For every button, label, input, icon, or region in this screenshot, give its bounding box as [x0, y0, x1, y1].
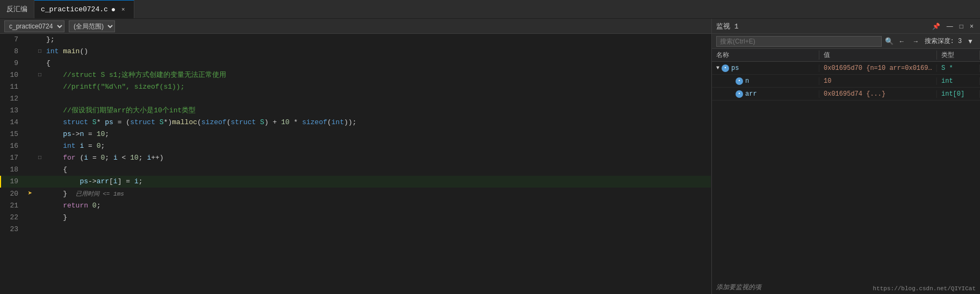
line-exec-indicator-11	[25, 81, 35, 93]
line-fold-10[interactable]: □	[35, 69, 44, 81]
line-content-21: return 0;	[44, 200, 711, 212]
watch-cell-name-0: ▼ • ps	[712, 64, 819, 72]
code-line-20: 20➤ } 已用时间 <= 1ms	[1, 188, 711, 200]
line-number-10: 10	[1, 69, 25, 81]
code-table: 7};8□int main()9{10□ //struct S s1;这种方式创…	[0, 34, 711, 235]
watch-maximize-button[interactable]: □	[957, 21, 965, 31]
line-fold-8[interactable]: □	[35, 46, 44, 58]
line-content-15: ps->n = 10;	[44, 128, 711, 140]
line-exec-indicator-13	[25, 105, 35, 117]
line-fold-14	[35, 117, 44, 128]
line-exec-indicator-8	[25, 46, 35, 58]
watch-var-icon-1: •	[736, 77, 743, 85]
editor-toolbar: c_practice0724 (全局范围)	[0, 19, 711, 34]
line-fold-20	[35, 188, 44, 200]
line-exec-indicator-19	[25, 176, 35, 188]
col-header-value: 值	[819, 51, 937, 60]
line-content-23	[44, 224, 711, 235]
line-fold-15	[35, 128, 44, 140]
search-back-button[interactable]: ←	[897, 37, 907, 46]
expand-arrow-0[interactable]: ▼	[716, 65, 719, 71]
active-tab[interactable]: c_practice0724.c ● ×	[34, 0, 134, 18]
line-fold-18	[35, 164, 44, 176]
line-fold-7	[35, 34, 44, 46]
line-fold-23	[35, 224, 44, 235]
line-fold-13	[35, 105, 44, 117]
line-number-21: 21	[1, 200, 25, 212]
watermark: https://blog.csdn.net/QIYICat	[873, 285, 976, 292]
col-header-name: 名称	[712, 51, 819, 60]
watch-cell-value-1: 10	[819, 77, 937, 85]
line-number-23: 23	[1, 224, 25, 235]
watch-cell-type-1: int	[937, 77, 980, 85]
line-number-18: 18	[1, 164, 25, 176]
code-line-21: 21 return 0;	[1, 200, 711, 212]
depth-down-button[interactable]: ▼	[965, 37, 976, 46]
line-number-16: 16	[1, 140, 25, 152]
code-line-19: 19 ps->arr[i] = i;	[1, 176, 711, 188]
line-exec-indicator-7	[25, 34, 35, 46]
line-fold-21	[35, 200, 44, 212]
line-number-13: 13	[1, 105, 25, 117]
watch-row-0[interactable]: ▼ • ps0x01695d70 {n=10 arr=0x01695d74 {.…	[712, 62, 980, 75]
code-line-22: 22 }	[1, 212, 711, 224]
line-content-12	[44, 93, 711, 105]
code-line-8: 8□int main()	[1, 46, 711, 58]
line-fold-9	[35, 58, 44, 69]
watch-row-2[interactable]: • arr0x01695d74 {...}int[0]	[712, 88, 980, 101]
line-fold-22	[35, 212, 44, 224]
code-line-12: 12	[1, 93, 711, 105]
line-content-9: {	[44, 58, 711, 69]
watch-title: 监视 1	[716, 21, 739, 31]
file-select[interactable]: c_practice0724	[4, 20, 64, 32]
line-number-20: 20	[1, 188, 25, 200]
line-fold-19	[35, 176, 44, 188]
watch-close-button[interactable]: ×	[968, 21, 976, 31]
line-number-7: 7	[1, 34, 25, 46]
search-icon: 🔍	[885, 37, 893, 46]
tab-close-button[interactable]: ×	[119, 5, 127, 14]
back-tab[interactable]: 反汇编	[0, 0, 34, 18]
line-exec-indicator-14	[25, 117, 35, 128]
line-content-7: };	[44, 34, 711, 46]
line-content-18: {	[44, 164, 711, 176]
watch-cell-type-2: int[0]	[937, 90, 980, 98]
line-content-22: }	[44, 212, 711, 224]
line-exec-indicator-10	[25, 69, 35, 81]
line-content-11: //printf("%d\n", sizeof(s1));	[44, 81, 711, 93]
line-number-8: 8	[1, 46, 25, 58]
watch-var-icon-2: •	[736, 90, 743, 98]
line-content-13: //假设我们期望arr的大小是10个int类型	[44, 105, 711, 117]
watch-search-input[interactable]	[716, 36, 882, 47]
line-content-8: int main()	[44, 46, 711, 58]
yellow-arrow-icon: ➤	[28, 189, 32, 198]
watch-cell-name-1: • n	[712, 77, 819, 85]
watch-cell-value-0: 0x01695d70 {n=10 arr=0x01695d74 {...}}	[819, 64, 937, 72]
code-line-16: 16 int i = 0;	[1, 140, 711, 152]
line-exec-indicator-18	[25, 164, 35, 176]
line-fold-17[interactable]: □	[35, 152, 44, 164]
code-line-14: 14 struct S* ps = (struct S*)malloc(size…	[1, 117, 711, 128]
col-header-type: 类型	[937, 51, 980, 60]
line-exec-indicator-23	[25, 224, 35, 235]
line-content-19: ps->arr[i] = i;	[44, 176, 711, 188]
timing-badge: 已用时间 <= 1ms	[76, 191, 124, 197]
watch-header-left: 监视 1	[716, 21, 739, 31]
code-line-15: 15 ps->n = 10;	[1, 128, 711, 140]
code-line-7: 7};	[1, 34, 711, 46]
line-number-11: 11	[1, 81, 25, 93]
watch-cell-value-2: 0x01695d74 {...}	[819, 90, 937, 98]
line-content-14: struct S* ps = (struct S*)malloc(sizeof(…	[44, 117, 711, 128]
line-number-22: 22	[1, 212, 25, 224]
scope-select[interactable]: (全局范围)	[69, 20, 115, 32]
watch-minimize-button[interactable]: —	[945, 21, 955, 31]
watch-row-1[interactable]: • n10int	[712, 75, 980, 88]
code-line-11: 11 //printf("%d\n", sizeof(s1));	[1, 81, 711, 93]
search-forward-button[interactable]: →	[911, 37, 921, 46]
code-view[interactable]: 7};8□int main()9{10□ //struct S s1;这种方式创…	[0, 34, 711, 294]
code-line-13: 13 //假设我们期望arr的大小是10个int类型	[1, 105, 711, 117]
watch-panel-header: 监视 1 📌 — □ ×	[712, 19, 980, 34]
main-area: c_practice0724 (全局范围) 7};8□int main()9{1…	[0, 19, 980, 294]
watch-pin-button[interactable]: 📌	[930, 21, 942, 31]
line-number-9: 9	[1, 58, 25, 69]
